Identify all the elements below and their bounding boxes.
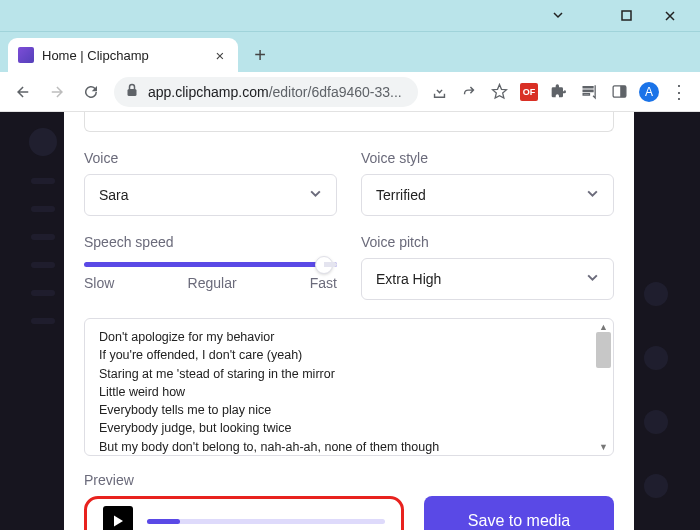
voice-label: Voice xyxy=(84,150,337,166)
window-titlebar xyxy=(0,0,700,32)
svg-rect-0 xyxy=(622,11,631,20)
preview-player xyxy=(84,496,404,530)
voice-field: Voice Sara xyxy=(84,150,337,216)
tab-strip: Home | Clipchamp × + xyxy=(0,32,700,72)
svg-rect-1 xyxy=(128,89,137,96)
voice-style-select-value: Terrified xyxy=(376,187,426,203)
tab-favicon xyxy=(18,47,34,63)
chevron-down-icon xyxy=(309,187,322,203)
right-side-strip xyxy=(634,112,678,530)
install-app-icon[interactable] xyxy=(424,77,454,107)
lock-icon xyxy=(126,83,138,100)
voice-style-label: Voice style xyxy=(361,150,614,166)
toolbar: app.clipchamp.com/editor/6dfa9460-33... … xyxy=(0,72,700,112)
voice-select[interactable]: Sara xyxy=(84,174,337,216)
tab-close-button[interactable]: × xyxy=(212,47,228,63)
voice-pitch-label: Voice pitch xyxy=(361,234,614,250)
extensions-icon[interactable] xyxy=(544,77,574,107)
new-tab-button[interactable]: + xyxy=(246,41,274,69)
left-side-strip xyxy=(22,112,64,530)
text-input[interactable]: Don't apologize for my behaviorIf you're… xyxy=(84,318,614,456)
window-minimize-button[interactable] xyxy=(536,4,580,28)
app-content: Voice Sara Voice style Terrified Speech … xyxy=(0,112,700,530)
prev-input-remnant xyxy=(84,112,614,132)
scroll-down-icon[interactable]: ▼ xyxy=(599,442,608,452)
url-text: app.clipchamp.com/editor/6dfa9460-33... xyxy=(148,84,402,100)
textarea-scrollbar[interactable]: ▲ ▼ xyxy=(596,322,611,452)
reading-list-icon[interactable] xyxy=(574,77,604,107)
browser-tab[interactable]: Home | Clipchamp × xyxy=(8,38,238,72)
text-input-content: Don't apologize for my behaviorIf you're… xyxy=(85,319,613,455)
slider-mark-fast: Fast xyxy=(310,275,337,291)
window-maximize-button[interactable] xyxy=(604,4,648,28)
extension-pdf-icon[interactable]: OF xyxy=(514,77,544,107)
tab-title: Home | Clipchamp xyxy=(42,48,206,63)
slider-mark-slow: Slow xyxy=(84,275,114,291)
side-panel-icon[interactable] xyxy=(604,77,634,107)
svg-rect-3 xyxy=(620,86,626,97)
chevron-down-icon xyxy=(586,271,599,287)
forward-button[interactable] xyxy=(40,75,74,109)
menu-button[interactable]: ⋮ xyxy=(664,77,694,107)
scroll-up-icon[interactable]: ▲ xyxy=(599,322,608,332)
window-close-button[interactable] xyxy=(648,4,692,28)
slider-thumb[interactable] xyxy=(315,256,333,274)
voice-pitch-field: Voice pitch Extra High xyxy=(361,234,614,300)
speech-speed-slider[interactable] xyxy=(84,262,337,267)
tts-panel: Voice Sara Voice style Terrified Speech … xyxy=(64,112,634,530)
chevron-down-icon xyxy=(586,187,599,203)
address-bar[interactable]: app.clipchamp.com/editor/6dfa9460-33... xyxy=(114,77,418,107)
preview-label: Preview xyxy=(84,472,614,488)
profile-avatar[interactable]: A xyxy=(634,77,664,107)
preview-progress[interactable] xyxy=(147,519,385,524)
voice-style-field: Voice style Terrified xyxy=(361,150,614,216)
save-to-media-button[interactable]: Save to media xyxy=(424,496,614,530)
reload-button[interactable] xyxy=(74,75,108,109)
voice-select-value: Sara xyxy=(99,187,129,203)
back-button[interactable] xyxy=(6,75,40,109)
speech-speed-label: Speech speed xyxy=(84,234,337,250)
slider-mark-regular: Regular xyxy=(188,275,237,291)
play-button[interactable] xyxy=(103,506,133,530)
scroll-thumb[interactable] xyxy=(596,332,611,368)
preview-progress-fill xyxy=(147,519,180,524)
window-spacer xyxy=(580,4,604,28)
share-icon[interactable] xyxy=(454,77,484,107)
speech-speed-field: Speech speed Slow Regular Fast xyxy=(84,234,337,300)
voice-style-select[interactable]: Terrified xyxy=(361,174,614,216)
voice-pitch-select-value: Extra High xyxy=(376,271,441,287)
bookmark-icon[interactable] xyxy=(484,77,514,107)
voice-pitch-select[interactable]: Extra High xyxy=(361,258,614,300)
